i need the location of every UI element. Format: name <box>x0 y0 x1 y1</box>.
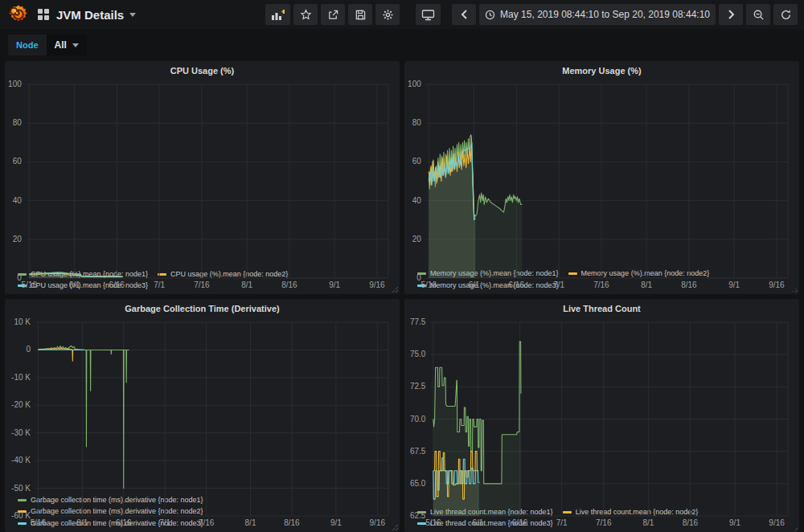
memory-usage-chart[interactable]: 0204060801005/166/16/167/17/168/18/169/1… <box>404 80 799 268</box>
svg-text:8/1: 8/1 <box>641 280 652 289</box>
svg-text:7/1: 7/1 <box>556 518 568 527</box>
svg-text:5/16: 5/16 <box>22 280 38 289</box>
panel-live-thread-count: Live Thread Count 62.565.067.570.072.575… <box>404 299 799 532</box>
svg-text:9/1: 9/1 <box>329 280 340 289</box>
add-panel-icon <box>271 9 285 21</box>
save-icon <box>355 9 367 21</box>
time-range-text: May 15, 2019 08:44:10 to Sep 20, 2019 08… <box>500 9 710 20</box>
monitor-icon <box>421 9 435 21</box>
svg-text:9/1: 9/1 <box>728 280 740 289</box>
refresh-icon <box>780 9 792 21</box>
panel-gc-time: Garbage Collection Time (Derivative) 10 … <box>5 299 400 532</box>
zoom-out-button[interactable] <box>746 4 770 25</box>
dashboard-title-text: JVM Details <box>56 8 124 22</box>
svg-text:100: 100 <box>408 80 421 88</box>
node-variable-control[interactable]: Node All <box>8 35 87 55</box>
svg-text:7/1: 7/1 <box>159 518 170 527</box>
panel-title[interactable]: CPU Usage (%) <box>5 61 400 80</box>
chart-svg-1: 0204060801005/166/16/167/17/168/18/169/1… <box>404 80 799 291</box>
panel-resize-handle[interactable] <box>792 525 798 530</box>
svg-text:0: 0 <box>26 345 31 354</box>
svg-text:80: 80 <box>13 118 23 127</box>
panel-title[interactable]: Memory Usage (%) <box>404 61 799 80</box>
svg-text:70.0: 70.0 <box>410 415 426 424</box>
panel-resize-handle[interactable] <box>392 525 398 530</box>
dashboards-grid-icon[interactable] <box>37 8 50 21</box>
svg-text:6/1: 6/1 <box>69 280 80 289</box>
svg-text:-40 K: -40 K <box>11 456 31 464</box>
svg-text:-20 K: -20 K <box>11 400 31 409</box>
panel-title[interactable]: Live Thread Count <box>404 299 799 317</box>
node-variable-label: Node <box>8 35 47 55</box>
svg-text:7/16: 7/16 <box>593 280 609 289</box>
svg-text:75.0: 75.0 <box>410 350 426 358</box>
svg-text:65.0: 65.0 <box>410 479 426 488</box>
svg-text:9/16: 9/16 <box>769 280 785 289</box>
svg-text:-10 K: -10 K <box>11 373 31 382</box>
svg-text:6/16: 6/16 <box>509 280 525 289</box>
dashboard-grid: CPU Usage (%) 0204060801005/166/16/167/1… <box>0 59 804 532</box>
svg-text:8/1: 8/1 <box>245 518 256 527</box>
cpu-usage-chart[interactable]: 0204060801005/166/16/167/17/168/18/169/1… <box>5 80 400 269</box>
share-icon <box>327 9 339 21</box>
svg-text:6/16: 6/16 <box>109 280 125 289</box>
star-icon <box>300 9 312 21</box>
svg-text:9/16: 9/16 <box>370 518 386 527</box>
panel-memory-usage: Memory Usage (%) 0204060801005/166/16/16… <box>404 61 799 294</box>
svg-text:8/16: 8/16 <box>681 280 697 289</box>
gear-icon <box>382 9 394 21</box>
svg-text:6/16: 6/16 <box>116 518 132 527</box>
save-button[interactable] <box>348 4 372 25</box>
svg-text:40: 40 <box>13 196 23 205</box>
gc-time-chart[interactable]: 10 K0-10 K-20 K-30 K-40 K-50 K-60 K5/166… <box>5 317 400 495</box>
star-button[interactable] <box>293 4 318 25</box>
svg-text:8/16: 8/16 <box>281 280 297 289</box>
time-back-button[interactable] <box>452 4 476 25</box>
svg-text:20: 20 <box>13 235 23 243</box>
svg-text:9/1: 9/1 <box>330 518 342 527</box>
svg-text:-60 K: -60 K <box>11 511 31 520</box>
svg-text:-50 K: -50 K <box>11 484 31 493</box>
clock-icon <box>485 10 495 20</box>
add-panel-button[interactable] <box>265 4 290 25</box>
panel-title[interactable]: Garbage Collection Time (Derivative) <box>5 299 400 317</box>
svg-text:6/16: 6/16 <box>512 518 528 527</box>
time-range-button[interactable]: May 15, 2019 08:44:10 to Sep 20, 2019 08… <box>479 4 716 25</box>
chevron-down-icon <box>72 43 79 47</box>
share-button[interactable] <box>321 4 345 25</box>
svg-text:9/16: 9/16 <box>369 280 385 289</box>
svg-text:67.5: 67.5 <box>410 447 426 456</box>
zoom-out-icon <box>753 9 765 21</box>
svg-text:60: 60 <box>13 157 23 166</box>
chevron-right-icon <box>728 10 735 19</box>
panel-cpu-usage: CPU Usage (%) 0204060801005/166/16/167/1… <box>5 61 400 294</box>
live-thread-count-chart[interactable]: 62.565.067.570.072.575.077.55/166/16/167… <box>404 317 799 507</box>
chart-svg-0: 0204060801005/166/16/167/17/168/18/169/1… <box>5 80 400 291</box>
svg-text:20: 20 <box>412 235 422 243</box>
tv-mode-button[interactable] <box>416 4 441 25</box>
node-variable-value[interactable]: All <box>47 35 87 55</box>
time-forward-button[interactable] <box>719 4 743 25</box>
svg-text:8/1: 8/1 <box>241 280 252 289</box>
svg-text:6/1: 6/1 <box>469 280 480 289</box>
svg-text:7/16: 7/16 <box>194 280 210 289</box>
chart-svg-2: 10 K0-10 K-20 K-30 K-40 K-50 K-60 K5/166… <box>5 317 400 529</box>
svg-text:100: 100 <box>8 80 22 88</box>
svg-text:8/16: 8/16 <box>284 518 300 527</box>
chevron-down-icon <box>129 13 136 17</box>
refresh-button[interactable] <box>773 4 798 25</box>
svg-text:6/1: 6/1 <box>472 518 483 527</box>
svg-text:7/1: 7/1 <box>553 280 564 289</box>
top-navbar: JVM Details <box>0 0 804 29</box>
svg-text:40: 40 <box>412 196 422 205</box>
grafana-logo-icon[interactable] <box>8 4 29 25</box>
svg-text:5/16: 5/16 <box>31 518 47 527</box>
panel-resize-handle[interactable] <box>792 287 798 293</box>
svg-text:80: 80 <box>412 118 422 127</box>
svg-text:9/16: 9/16 <box>769 518 785 527</box>
svg-text:7/16: 7/16 <box>199 518 215 527</box>
chevron-left-icon <box>461 10 468 19</box>
dashboard-title[interactable]: JVM Details <box>56 8 136 22</box>
settings-button[interactable] <box>375 4 400 25</box>
panel-resize-handle[interactable] <box>392 287 398 293</box>
